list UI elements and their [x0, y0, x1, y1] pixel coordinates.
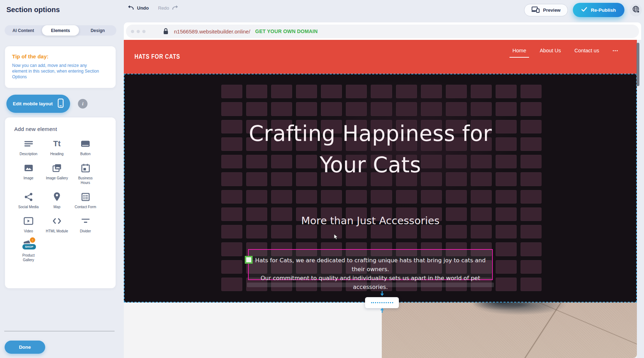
- site-logo[interactable]: HATS FOR CATS: [134, 53, 180, 60]
- add-new-element-card: Add new element Description Tt Heading: [5, 117, 116, 288]
- preview-label: Preview: [543, 7, 560, 13]
- globe-icon: [632, 5, 640, 15]
- contact-form-icon: [81, 191, 90, 202]
- nav-more-button[interactable]: •••: [613, 48, 618, 57]
- browser-chrome: n1566589.websitebuilder.online/ GET YOUR…: [124, 22, 641, 40]
- undo-label: Undo: [137, 5, 149, 11]
- image-gallery-icon: [52, 163, 62, 173]
- edit-mobile-layout-button[interactable]: Edit mobile layout: [6, 95, 70, 113]
- element-business-hours[interactable]: Business Hours: [71, 163, 100, 185]
- preview-button[interactable]: Preview: [524, 4, 568, 16]
- site-header: HATS FOR CATS Home About Us Contact us •…: [124, 40, 637, 74]
- tab-ai-content[interactable]: AI Content: [5, 25, 42, 36]
- element-divider[interactable]: Divider: [71, 216, 100, 233]
- site-url[interactable]: n1566589.websitebuilder.online/: [174, 28, 250, 35]
- sidebar-divider: [4, 331, 115, 331]
- tip-title: Tip of the day:: [12, 53, 109, 59]
- section-options-panel: Section options AI Content Elements Desi…: [0, 0, 121, 358]
- republish-label: Re-Publish: [591, 7, 616, 13]
- element-map[interactable]: Map: [43, 191, 71, 209]
- element-button[interactable]: Button: [71, 138, 100, 156]
- code-icon: [52, 216, 62, 226]
- arrow-down-icon: [380, 291, 385, 298]
- undo-icon: [127, 5, 134, 11]
- description-line1: Hats for Cats, we are dedicated to craft…: [255, 257, 486, 273]
- smartphone-icon: [58, 99, 64, 109]
- panel-title: Section options: [6, 6, 60, 14]
- element-social-media[interactable]: Social Media: [14, 191, 43, 209]
- redo-icon: [172, 5, 179, 11]
- redo-button[interactable]: Redo: [158, 5, 179, 11]
- url-bar: n1566589.websitebuilder.online/ GET YOUR…: [126, 25, 639, 38]
- tab-elements[interactable]: Elements: [42, 25, 79, 36]
- button-icon: [80, 138, 90, 149]
- get-domain-link[interactable]: GET YOUR OWN DOMAIN: [255, 28, 317, 34]
- drag-handle[interactable]: [245, 256, 253, 264]
- element-image[interactable]: Image: [14, 163, 43, 185]
- scrollbar-thumb[interactable]: [637, 43, 639, 86]
- devices-icon: [532, 6, 540, 14]
- done-button[interactable]: Done: [5, 341, 45, 354]
- social-media-icon: [24, 191, 33, 202]
- tab-design[interactable]: Design: [79, 25, 116, 36]
- section-resize-handle[interactable]: [365, 297, 399, 308]
- video-icon: [23, 216, 33, 226]
- floor-photo: [382, 302, 637, 358]
- undo-button[interactable]: Undo: [127, 5, 149, 11]
- element-video[interactable]: Video: [14, 216, 43, 233]
- element-html-module[interactable]: HTML Module: [43, 216, 71, 233]
- check-icon: [581, 7, 587, 13]
- dotted-resize-line: [371, 302, 393, 303]
- divider-icon: [81, 216, 90, 226]
- nav-about-us[interactable]: About Us: [540, 48, 561, 58]
- description-textbox-selected[interactable]: Hats for Cats, we are dedicated to craft…: [248, 249, 493, 280]
- element-product-gallery[interactable]: ↑ SHOP Product Gallery: [14, 240, 43, 262]
- redo-label: Redo: [158, 5, 169, 11]
- site-nav: Home About Us Contact us •••: [512, 48, 618, 58]
- tip-of-the-day-card: Tip of the day: Now you can add, move an…: [5, 46, 116, 88]
- site-preview-window: n1566589.websitebuilder.online/ GET YOUR…: [124, 22, 641, 358]
- image-icon: [24, 163, 33, 173]
- element-heading[interactable]: Tt Heading: [43, 138, 71, 156]
- map-pin-icon: [52, 191, 62, 202]
- description-icon: [24, 138, 33, 149]
- business-hours-icon: [81, 163, 90, 173]
- product-gallery-icon: ↑ SHOP: [22, 240, 35, 251]
- upgrade-arrow-badge: ↑: [30, 237, 35, 243]
- nav-home[interactable]: Home: [512, 48, 526, 58]
- element-image-gallery[interactable]: Image Gallery: [43, 163, 71, 185]
- heading-icon: Tt: [53, 138, 61, 149]
- edit-mobile-layout-label: Edit mobile layout: [13, 101, 53, 106]
- republish-button[interactable]: Re-Publish: [573, 3, 624, 17]
- hero-subheading[interactable]: More than Just Accessories: [125, 215, 616, 227]
- tip-body: Now you can add, move and resize any ele…: [12, 63, 101, 80]
- hero-section-selected[interactable]: Crafting Happiness for Your Cats More th…: [124, 74, 637, 302]
- language-globe-button[interactable]: [629, 4, 642, 16]
- lock-icon: [163, 28, 169, 35]
- nav-contact-us[interactable]: Contact us: [575, 48, 599, 58]
- panel-tabs: AI Content Elements Design: [5, 25, 116, 36]
- element-grid: Description Tt Heading Button Ima: [14, 138, 116, 262]
- element-ghost-bar: [247, 283, 494, 287]
- mouse-cursor: [334, 234, 339, 242]
- website-builder-app: Undo Redo Preview Re-Publish: [0, 0, 644, 358]
- browser-dots-icon: [131, 30, 146, 33]
- arrow-up-icon: [380, 307, 385, 314]
- hero-heading[interactable]: Crafting Happiness for Your Cats: [125, 118, 616, 180]
- shop-badge: SHOP: [22, 243, 37, 250]
- element-description[interactable]: Description: [14, 138, 43, 156]
- info-icon[interactable]: i: [78, 99, 88, 109]
- element-contact-form[interactable]: Contact Form: [71, 191, 100, 209]
- hero-content: Crafting Happiness for Your Cats More th…: [125, 74, 616, 302]
- add-new-element-title: Add new element: [14, 126, 116, 132]
